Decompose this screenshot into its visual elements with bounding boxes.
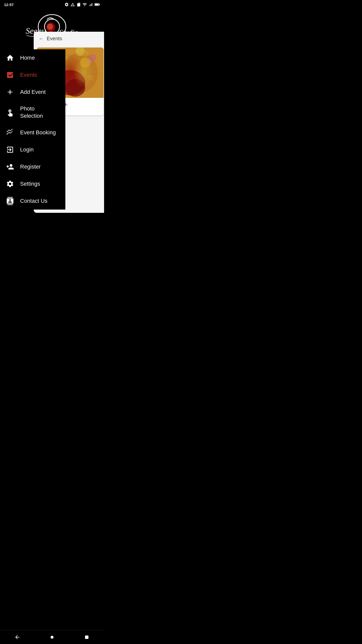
a-status-icon xyxy=(70,2,75,7)
main-layout: Home Events Add Event Photo Select xyxy=(0,49,104,210)
status-icons xyxy=(64,2,100,7)
settings-menu-icon xyxy=(5,180,15,188)
svg-point-19 xyxy=(82,51,88,57)
contact-us-label: Contact Us xyxy=(20,198,48,204)
add-event-label: Add Event xyxy=(20,89,46,95)
signal-icon xyxy=(88,2,93,7)
svg-point-6 xyxy=(47,24,53,30)
events-label: Events xyxy=(20,72,37,78)
login-label: Login xyxy=(20,146,34,153)
event-booking-icon xyxy=(5,129,15,137)
svg-point-12 xyxy=(63,53,98,93)
sidebar: Home Events Add Event Photo Select xyxy=(0,49,65,210)
settings-status-icon xyxy=(64,2,69,7)
sidebar-item-home[interactable]: Home xyxy=(0,49,65,66)
svg-point-17 xyxy=(87,75,93,81)
svg-rect-9 xyxy=(7,72,9,75)
svg-point-20 xyxy=(89,54,96,61)
add-event-icon xyxy=(5,88,15,96)
contact-icon xyxy=(5,197,15,205)
svg-rect-2 xyxy=(95,4,99,5)
register-label: Register xyxy=(20,164,41,170)
svg-point-21 xyxy=(86,59,92,64)
svg-rect-1 xyxy=(99,4,100,5)
home-icon xyxy=(5,54,15,62)
sdcard-status-icon xyxy=(76,2,81,7)
login-icon xyxy=(5,146,15,154)
wifi-icon xyxy=(82,2,87,7)
photo-selection-icon xyxy=(5,108,15,116)
status-time: 12:57 xyxy=(4,3,14,7)
sidebar-item-register[interactable]: Register xyxy=(0,158,65,175)
photo-selection-label: Photo Selection xyxy=(20,105,43,119)
svg-point-14 xyxy=(65,79,85,97)
sidebar-item-events[interactable]: Events xyxy=(0,66,65,84)
svg-point-16 xyxy=(80,58,90,68)
status-bar: 12:57 xyxy=(0,0,104,9)
sidebar-item-photo-selection[interactable]: Photo Selection xyxy=(0,101,65,124)
register-icon xyxy=(5,163,15,171)
sidebar-item-event-booking[interactable]: Event Booking xyxy=(0,124,65,141)
back-button[interactable]: ← xyxy=(39,36,44,42)
home-label: Home xyxy=(20,55,35,61)
sidebar-item-add-event[interactable]: Add Event xyxy=(0,84,65,101)
events-icon xyxy=(5,71,15,79)
sidebar-item-login[interactable]: Login xyxy=(0,141,65,158)
panel-header: ← Events xyxy=(34,32,104,46)
settings-label: Settings xyxy=(20,181,40,187)
event-booking-label: Event Booking xyxy=(20,129,56,136)
sidebar-item-contact-us[interactable]: Contact Us xyxy=(0,192,65,210)
sidebar-item-settings[interactable]: Settings xyxy=(0,175,65,192)
battery-icon xyxy=(95,3,100,6)
panel-title: Events xyxy=(47,36,62,42)
